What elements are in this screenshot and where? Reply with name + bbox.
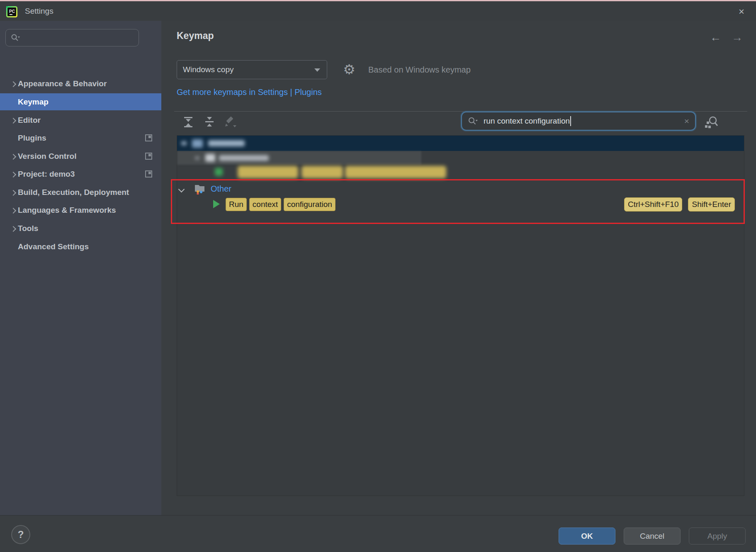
apply-button[interactable]: Apply: [689, 528, 746, 545]
based-on-label: Based on Windows keymap: [368, 65, 471, 75]
sidebar-item-label: Appearance & Behavior: [18, 79, 107, 88]
action-search-input[interactable]: run context configuration ×: [461, 112, 696, 131]
chevron-right-icon: [10, 117, 16, 123]
svg-text:PC: PC: [9, 9, 15, 14]
search-icon: [11, 34, 20, 42]
sidebar-item-appearance-behavior[interactable]: Appearance & Behavior: [0, 75, 161, 92]
blurred-folder-icon: [192, 139, 203, 148]
blurred-run-icon: [215, 168, 223, 176]
find-actions-by-shortcut-icon[interactable]: [704, 115, 719, 129]
sidebar-item-label: Project: demo3: [18, 170, 75, 179]
gear-icon[interactable]: ⚙: [340, 61, 358, 79]
chevron-right-icon: [10, 81, 16, 87]
footer-divider: [0, 515, 756, 516]
sidebar-item-plugins[interactable]: Plugins: [0, 129, 161, 146]
chevron-right-icon: [10, 207, 16, 213]
text-caret: [570, 116, 571, 126]
collapse-all-icon[interactable]: [203, 115, 216, 129]
plugin-provided-icon: [145, 153, 152, 160]
sidebar-item-tools[interactable]: Tools: [0, 220, 161, 237]
annotation-highlight-rectangle: [171, 179, 745, 224]
blurred-chevron: [195, 156, 199, 160]
settings-search-input[interactable]: [5, 29, 139, 46]
action-search-value: run context configuration: [484, 117, 570, 126]
help-button[interactable]: ?: [11, 525, 30, 544]
chevron-right-icon: [10, 226, 16, 231]
clear-search-icon[interactable]: ×: [684, 116, 689, 126]
sidebar-item-keymap[interactable]: Keymap: [0, 93, 161, 110]
sidebar-item-label: Keymap: [18, 97, 49, 107]
sidebar-item-editor[interactable]: Editor: [0, 112, 161, 129]
plugin-provided-icon: [145, 170, 152, 178]
chevron-right-icon: [10, 190, 16, 195]
search-icon: [468, 117, 478, 126]
back-icon[interactable]: ←: [710, 31, 721, 44]
chevron-down-icon: [314, 68, 320, 72]
sidebar-item-label: Advanced Settings: [18, 242, 89, 251]
chevron-right-icon: [10, 153, 16, 159]
sidebar-item-project-demo3[interactable]: Project: demo3: [0, 165, 161, 182]
plugin-provided-icon: [145, 134, 152, 141]
sidebar-item-version-control[interactable]: Version Control: [0, 148, 161, 165]
blurred-match-badge: [238, 166, 298, 178]
sidebar-item-label: Version Control: [18, 152, 76, 161]
chevron-right-icon: [10, 171, 16, 177]
sidebar-item-label: Build, Execution, Deployment: [18, 188, 129, 197]
blurred-match-badge: [345, 166, 446, 178]
blurred-match-badge: [301, 166, 343, 178]
sidebar-item-label: Languages & Frameworks: [18, 206, 116, 215]
tree-row-selected-blurred[interactable]: [177, 136, 744, 151]
forward-icon[interactable]: →: [732, 31, 743, 44]
sidebar-item-label: Editor: [18, 116, 41, 125]
keymap-scheme-select[interactable]: Windows copy: [177, 60, 327, 79]
expand-all-icon[interactable]: [182, 115, 195, 129]
sidebar: Appearance & Behavior Keymap Editor Plug…: [0, 21, 161, 515]
edit-icon[interactable]: [223, 115, 236, 129]
blurred-chevron: [181, 141, 187, 145]
titlebar: PC Settings ×: [0, 1, 756, 21]
blurred-text: [208, 140, 245, 146]
sidebar-item-languages-frameworks[interactable]: Languages & Frameworks: [0, 202, 161, 219]
keymap-scheme-value: Windows copy: [183, 65, 234, 74]
sidebar-item-advanced-settings[interactable]: Advanced Settings: [0, 238, 161, 255]
close-icon[interactable]: ×: [733, 4, 750, 19]
window-title: Settings: [25, 7, 53, 16]
sidebar-item-label: Tools: [18, 224, 38, 233]
sidebar-item-label: Plugins: [18, 134, 46, 143]
cancel-button[interactable]: Cancel: [624, 528, 681, 545]
blurred-text: [219, 155, 269, 161]
settings-window: PC Settings × Appearance & Behavior Keym…: [0, 0, 756, 552]
pycharm-logo-icon: PC: [6, 6, 17, 17]
get-more-keymaps-link[interactable]: Get more keymaps in Settings | Plugins: [177, 88, 322, 97]
sidebar-item-build-execution-deployment[interactable]: Build, Execution, Deployment: [0, 184, 161, 201]
blurred-folder-icon: [205, 154, 215, 162]
ok-button[interactable]: OK: [559, 528, 615, 545]
page-title: Keymap: [177, 30, 214, 41]
